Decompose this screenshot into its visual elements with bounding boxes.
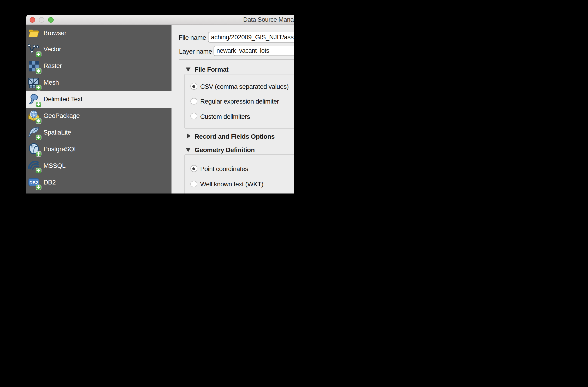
svg-text:DB2: DB2: [29, 180, 38, 185]
